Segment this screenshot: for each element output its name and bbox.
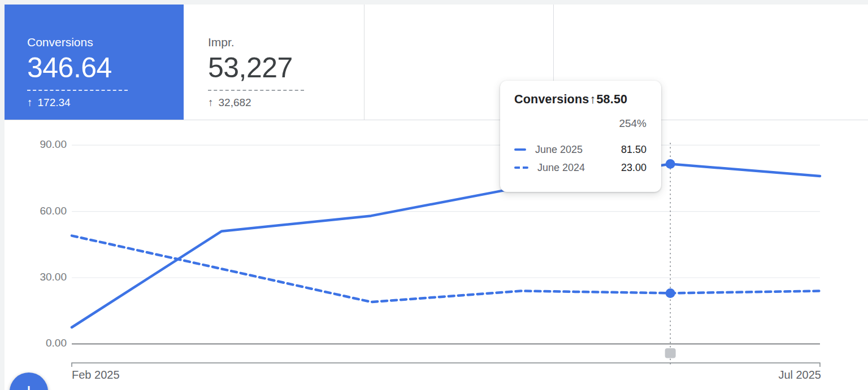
scorecard-label: Conversions xyxy=(27,36,184,49)
up-arrow-icon: ↑ xyxy=(27,97,33,109)
scorecard-delta-value: 32,682 xyxy=(219,97,251,109)
scorecard-value: 346.64 xyxy=(27,52,184,84)
hover-point-june-2024 xyxy=(666,288,675,298)
y-axis-tick-label: 90.00 xyxy=(0,138,67,151)
series-line-june-2024 xyxy=(72,236,820,302)
series-name: June 2024 xyxy=(537,162,585,174)
series-name: June 2025 xyxy=(535,144,583,156)
scorecard-conversions[interactable]: Conversions 346.64 ↑ 172.34 xyxy=(5,5,184,120)
timeline-brush-track[interactable] xyxy=(72,363,820,367)
plus-icon: + xyxy=(22,380,35,390)
scorecard-value: 53,227 xyxy=(208,52,364,84)
up-arrow-icon: ↑ xyxy=(208,97,214,109)
tooltip-change-percent: 254% xyxy=(619,117,646,130)
up-arrow-icon: ↑ xyxy=(589,93,596,106)
x-axis-label-start: Feb 2025 xyxy=(72,369,120,382)
solid-line-swatch-icon xyxy=(514,148,526,151)
series-value: 23.00 xyxy=(621,162,646,174)
timeline-slider-handle[interactable] xyxy=(665,348,676,358)
tooltip-metric-name: Conversions xyxy=(514,93,589,106)
series-line-june-2025 xyxy=(72,164,820,328)
tooltip-change-value: 58.50 xyxy=(596,93,627,106)
y-axis-tick-label: 0.00 xyxy=(0,337,67,349)
tooltip-title: Conversions↑58.50 xyxy=(514,93,627,107)
scorecard-delta-value: 172.34 xyxy=(38,97,71,109)
dashed-line-swatch-icon xyxy=(514,166,528,169)
scorecard-label: Impr. xyxy=(208,36,364,49)
scorecard-impressions[interactable]: Impr. 53,227 ↑ 32,682 xyxy=(184,5,364,120)
scorecard-header: Conversions 346.64 ↑ 172.34 Impr. 53,227… xyxy=(5,5,868,120)
y-axis-tick-label: 60.00 xyxy=(0,205,67,217)
x-axis-label-end: Jul 2025 xyxy=(778,369,821,382)
series-value: 81.50 xyxy=(621,144,646,156)
scorecard-dashed-underline xyxy=(208,90,304,91)
scorecard-delta: ↑ 32,682 xyxy=(208,97,364,109)
scorecard-delta: ↑ 172.34 xyxy=(27,97,184,109)
tooltip-series-row: June 2024 23.00 xyxy=(514,160,646,175)
scorecard-dashed-underline xyxy=(27,90,128,91)
tooltip-series-row: June 2025 81.50 xyxy=(514,142,646,157)
hover-point-june-2025 xyxy=(666,159,675,169)
y-axis-tick-label: 30.00 xyxy=(0,271,67,283)
hover-tooltip: Conversions↑58.50 254% June 2025 81.50 J… xyxy=(500,81,661,192)
ads-chart-widget: 0.0030.0060.0090.00 Feb 2025 Jul 2025 Co… xyxy=(0,0,868,390)
